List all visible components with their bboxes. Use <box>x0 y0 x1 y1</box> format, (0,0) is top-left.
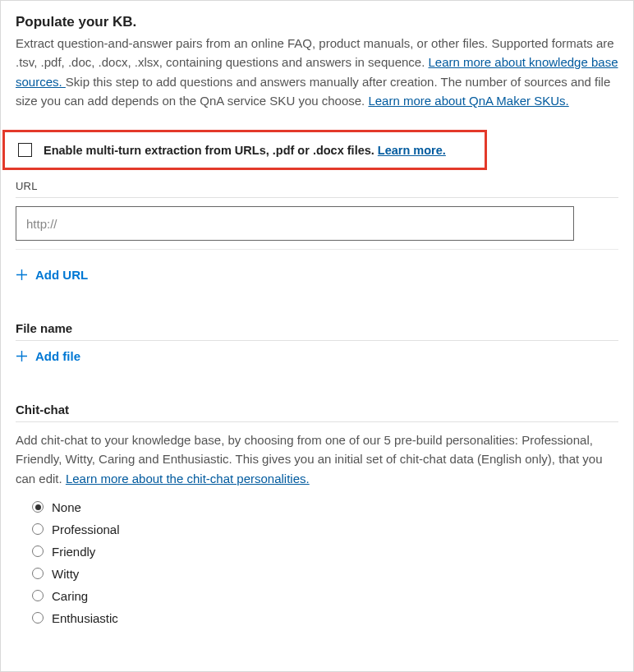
url-field-label: URL <box>16 180 618 192</box>
file-field-label: File name <box>16 321 618 335</box>
plus-icon <box>16 269 28 281</box>
divider <box>16 421 618 422</box>
add-url-label: Add URL <box>35 268 88 282</box>
multiturn-learn-more-link[interactable]: Learn more. <box>378 144 446 157</box>
radio-label: Enthusiastic <box>52 611 118 625</box>
multiturn-checkbox[interactable] <box>18 143 32 157</box>
chitchat-radio-caring[interactable]: Caring <box>32 585 618 607</box>
add-file-button[interactable]: Add file <box>16 349 80 363</box>
divider <box>16 340 618 341</box>
chitchat-learn-more-link[interactable]: Learn more about the chit-chat personali… <box>66 472 310 486</box>
radio-icon <box>32 590 44 601</box>
plus-icon <box>16 350 28 362</box>
chitchat-radio-group: NoneProfessionalFriendlyWittyCaringEnthu… <box>32 496 618 629</box>
radio-icon <box>32 501 44 513</box>
radio-label: Professional <box>52 522 120 536</box>
divider <box>16 197 618 198</box>
chitchat-description: Add chit-chat to your knowledge base, by… <box>16 430 618 488</box>
multiturn-label-text: Enable multi-turn extraction from URLs, … <box>44 144 378 157</box>
chitchat-radio-none[interactable]: None <box>32 496 618 518</box>
section-description: Extract question-and-answer pairs from a… <box>16 34 618 110</box>
chitchat-radio-friendly[interactable]: Friendly <box>32 541 618 563</box>
section-heading: Populate your KB. <box>16 14 618 30</box>
multiturn-highlight-box: Enable multi-turn extraction from URLs, … <box>2 130 487 170</box>
radio-icon <box>32 612 44 624</box>
divider <box>16 249 618 250</box>
radio-label: Witty <box>52 567 79 581</box>
chitchat-radio-enthusiastic[interactable]: Enthusiastic <box>32 607 618 629</box>
radio-label: Friendly <box>52 545 95 559</box>
radio-icon <box>32 545 44 557</box>
learn-more-skus-link[interactable]: Learn more about QnA Maker SKUs. <box>368 94 568 108</box>
radio-label: None <box>52 500 81 514</box>
radio-icon <box>32 523 44 535</box>
chitchat-radio-professional[interactable]: Professional <box>32 518 618 541</box>
multiturn-checkbox-label: Enable multi-turn extraction from URLs, … <box>44 144 446 157</box>
add-url-button[interactable]: Add URL <box>16 268 88 282</box>
chitchat-field-label: Chit-chat <box>16 403 618 417</box>
url-input[interactable] <box>16 206 574 241</box>
radio-icon <box>32 568 44 579</box>
chitchat-radio-witty[interactable]: Witty <box>32 563 618 585</box>
add-file-label: Add file <box>35 349 80 363</box>
radio-label: Caring <box>52 589 88 603</box>
